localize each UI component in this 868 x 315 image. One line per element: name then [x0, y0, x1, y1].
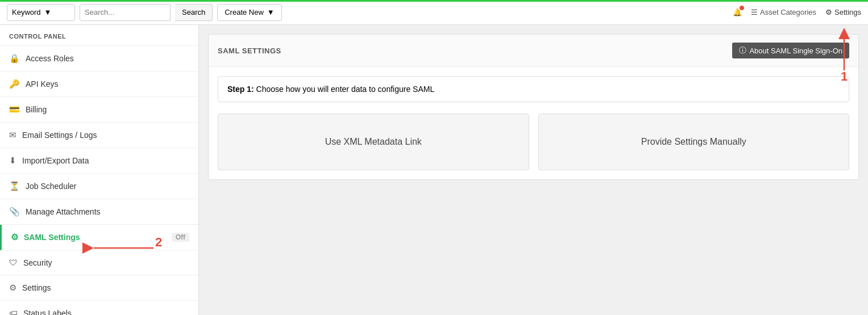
- sidebar-item-label: API Keys: [26, 79, 59, 89]
- sidebar-item-api-keys[interactable]: 🔑 API Keys: [0, 72, 198, 97]
- layout: CONTROL PANEL 🔒 Access Roles 🔑 API Keys …: [0, 25, 868, 315]
- notification-bell[interactable]: 🔔: [733, 8, 742, 16]
- sidebar-item-import-export[interactable]: ⬇ Import/Export Data: [0, 148, 198, 174]
- lock-icon: 🔒: [9, 53, 20, 64]
- sidebar-item-billing[interactable]: 💳 Billing: [0, 97, 198, 123]
- create-new-label: Create New: [225, 8, 264, 16]
- saml-panel: SAML SETTINGS ⓘ About SAML Single Sign-O…: [208, 34, 859, 180]
- options-row: Use XML Metadata Link Provide Settings M…: [218, 114, 849, 170]
- sidebar-item-job-scheduler[interactable]: ⏳ Job Scheduler: [0, 174, 198, 199]
- download-icon: ⬇: [9, 156, 16, 166]
- step-label: Step 1:: [227, 85, 254, 94]
- search-input[interactable]: [80, 4, 171, 21]
- key-icon: 🔑: [9, 79, 20, 89]
- sidebar-item-label: SAML Settings: [24, 233, 80, 242]
- notification-badge: [740, 6, 744, 10]
- create-new-button[interactable]: Create New ▼: [217, 4, 282, 21]
- manual-settings-label: Provide Settings Manually: [641, 137, 746, 146]
- credit-card-icon: 💳: [9, 104, 20, 115]
- sidebar-item-label: Settings: [22, 283, 51, 292]
- saml-status-badge: Off: [172, 233, 189, 242]
- saml-gear-icon: ⚙: [11, 232, 18, 242]
- step-text: Choose how you will enter data to config…: [256, 85, 435, 94]
- sidebar-item-label: Billing: [26, 105, 47, 114]
- panel-title: SAML SETTINGS: [218, 47, 281, 55]
- keyword-dropdown[interactable]: Keyword ▼: [7, 4, 75, 21]
- xml-metadata-option[interactable]: Use XML Metadata Link: [218, 114, 529, 170]
- sidebar-item-label: Status Labels: [23, 309, 72, 316]
- asset-categories-link[interactable]: ☰ Asset Categories: [751, 8, 816, 16]
- sidebar-item-settings[interactable]: ⚙ Settings: [0, 275, 198, 301]
- envelope-icon: ✉: [9, 130, 16, 140]
- paperclip-icon: 📎: [9, 207, 20, 217]
- sidebar-item-label: Access Roles: [26, 54, 74, 63]
- shield-icon: 🛡: [9, 258, 18, 267]
- sidebar-item-label: Manage Attachments: [26, 207, 101, 216]
- about-btn-label: About SAML Single Sign-On: [749, 47, 842, 55]
- sidebar: CONTROL PANEL 🔒 Access Roles 🔑 API Keys …: [0, 25, 199, 315]
- sidebar-item-security[interactable]: 🛡 Security: [0, 250, 198, 275]
- panel-header: SAML SETTINGS ⓘ About SAML Single Sign-O…: [209, 35, 858, 67]
- sidebar-item-label: Job Scheduler: [26, 182, 77, 191]
- xml-metadata-label: Use XML Metadata Link: [325, 137, 422, 146]
- sidebar-item-label: Email Settings / Logs: [22, 131, 97, 140]
- asset-categories-label: Asset Categories: [760, 8, 816, 16]
- chevron-down-icon: ▼: [44, 8, 52, 16]
- settings-link[interactable]: ⚙ Settings: [825, 8, 861, 16]
- main-content: SAML SETTINGS ⓘ About SAML Single Sign-O…: [199, 25, 868, 315]
- about-saml-button[interactable]: ⓘ About SAML Single Sign-On: [732, 43, 849, 58]
- sidebar-header: CONTROL PANEL: [0, 25, 198, 46]
- step-instruction: Step 1: Choose how you will enter data t…: [218, 76, 849, 102]
- manual-settings-option[interactable]: Provide Settings Manually: [538, 114, 850, 170]
- search-button[interactable]: Search: [175, 4, 213, 21]
- sidebar-item-manage-attachments[interactable]: 📎 Manage Attachments: [0, 199, 198, 225]
- settings-gear-icon: ⚙: [9, 283, 16, 293]
- info-icon: ⓘ: [739, 45, 746, 56]
- sidebar-item-access-roles[interactable]: 🔒 Access Roles: [0, 46, 198, 72]
- sidebar-item-label: Import/Export Data: [22, 156, 89, 165]
- gear-icon: ⚙: [825, 8, 832, 16]
- clock-icon: ⏳: [9, 181, 20, 191]
- sidebar-item-saml-settings[interactable]: ⚙ SAML Settings Off: [0, 225, 198, 250]
- tag-icon: 🏷: [9, 308, 18, 315]
- settings-label: Settings: [834, 8, 861, 16]
- panel-body: Step 1: Choose how you will enter data t…: [209, 67, 858, 179]
- keyword-label: Keyword: [12, 8, 41, 16]
- list-icon: ☰: [751, 8, 758, 16]
- sidebar-item-email-settings[interactable]: ✉ Email Settings / Logs: [0, 123, 198, 148]
- sidebar-item-label: Security: [23, 258, 52, 267]
- green-accent-bar: [0, 0, 868, 2]
- chevron-down-icon: ▼: [267, 8, 275, 16]
- topbar-right: 🔔 ☰ Asset Categories ⚙ Settings: [733, 8, 861, 16]
- sidebar-item-status-labels[interactable]: 🏷 Status Labels: [0, 301, 198, 315]
- topbar: Keyword ▼ Search Create New ▼ 🔔 ☰ Asset …: [0, 0, 868, 25]
